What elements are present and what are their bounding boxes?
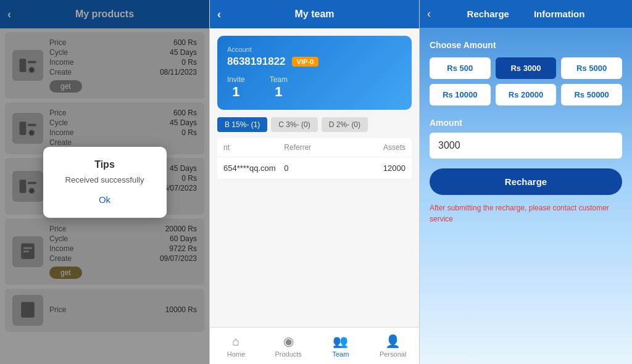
vip-badge: VIP-0 (292, 57, 319, 67)
team-content: Account 8638191822 VIP-0 Invite 1 Team 1… (210, 28, 419, 327)
cell-nt: 654****qq.com (223, 163, 284, 173)
team-count: 1 (270, 84, 288, 100)
team-tab-c[interactable]: C 3%- (0) (271, 117, 317, 132)
team-title: My team (294, 9, 334, 20)
amount-5000[interactable]: Rs 5000 (561, 57, 622, 79)
home-icon: ⌂ (232, 334, 239, 349)
team-back-button[interactable]: ‹ (217, 8, 221, 21)
recharge-back-button[interactable]: ‹ (427, 7, 431, 20)
amount-grid: Rs 500 Rs 3000 Rs 5000 Rs 10000 Rs 20000… (430, 57, 622, 105)
col-nt: nt (223, 143, 284, 152)
col-assets: Assets (345, 143, 405, 152)
amount-3000[interactable]: Rs 3000 (496, 57, 557, 79)
team-icon: 👥 (333, 334, 348, 349)
amount-10000[interactable]: Rs 10000 (430, 84, 491, 105)
recharge-content: Choose Amount Rs 500 Rs 3000 Rs 5000 Rs … (420, 28, 632, 364)
modal-message: Received successfully (62, 175, 148, 184)
nav-home[interactable]: ⌂ Home (210, 328, 262, 364)
team-stat: Team 1 (270, 75, 288, 100)
cell-assets: 12000 (345, 163, 405, 173)
col-referrer: Referrer (284, 143, 344, 152)
team-tab-b[interactable]: B 15%- (1) (217, 117, 267, 132)
nav-home-label: Home (227, 350, 245, 358)
team-header: ‹ My team (210, 0, 419, 28)
team-tab-d[interactable]: D 2%- (0) (322, 117, 368, 132)
invite-count: 1 (227, 84, 245, 100)
nav-personal[interactable]: 👤 Personal (367, 328, 419, 364)
recharge-header: ‹ Recharge Information (420, 0, 632, 28)
products-panel: ‹ My products Price600 Rs Cycle45 Days I… (0, 0, 210, 364)
account-label: Account (227, 46, 402, 53)
account-row: 8638191822 VIP-0 (227, 56, 402, 68)
bottom-nav: ⌂ Home ◉ Products 👥 Team 👤 Personal (210, 327, 419, 364)
amount-500[interactable]: Rs 500 (430, 57, 491, 79)
team-stats: Invite 1 Team 1 (227, 75, 402, 100)
products-icon: ◉ (283, 334, 294, 349)
cell-referrer: 0 (284, 163, 344, 173)
invite-label: Invite (227, 75, 245, 84)
choose-amount-label: Choose Amount (430, 40, 622, 50)
amount-input-section: Amount (430, 118, 622, 159)
table-header: nt Referrer Assets (217, 138, 412, 157)
amount-20000[interactable]: Rs 20000 (496, 84, 557, 105)
recharge-panel: ‹ Recharge Information Choose Amount Rs … (420, 0, 632, 364)
team-label: Team (270, 75, 288, 84)
tab-information[interactable]: Information (534, 9, 585, 19)
recharge-button[interactable]: Recharge (430, 168, 622, 195)
nav-personal-label: Personal (380, 350, 406, 358)
modal-ok-button[interactable]: Ok (99, 194, 110, 205)
nav-team-label: Team (332, 350, 349, 358)
amount-input[interactable] (430, 133, 622, 159)
modal-box: Tips Received successfully Ok (43, 147, 167, 218)
personal-icon: 👤 (385, 334, 401, 349)
table-row: 654****qq.com 0 12000 (217, 157, 412, 180)
team-tabs: B 15%- (1) C 3%- (0) D 2%- (0) (217, 117, 412, 132)
amount-50000[interactable]: Rs 50000 (561, 84, 622, 105)
amount-label: Amount (430, 118, 622, 128)
team-panel: ‹ My team Account 8638191822 VIP-0 Invit… (210, 0, 420, 364)
modal-title: Tips (62, 159, 148, 170)
tab-recharge[interactable]: Recharge (467, 9, 509, 19)
recharge-note: After submitting the recharge, please co… (430, 202, 622, 225)
nav-products[interactable]: ◉ Products (262, 328, 315, 364)
nav-team[interactable]: 👥 Team (315, 328, 367, 364)
team-card: Account 8638191822 VIP-0 Invite 1 Team 1 (217, 36, 412, 110)
modal-overlay: Tips Received successfully Ok (0, 0, 209, 364)
nav-products-label: Products (275, 350, 301, 358)
team-table: nt Referrer Assets 654****qq.com 0 12000 (217, 138, 412, 180)
invite-stat: Invite 1 (227, 75, 245, 100)
account-number: 8638191822 (227, 56, 286, 68)
